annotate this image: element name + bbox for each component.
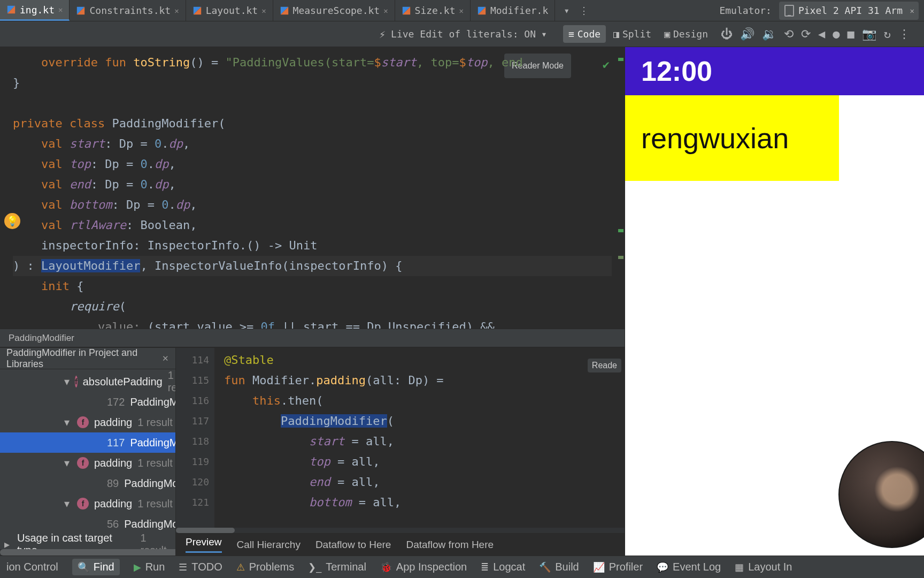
tw-logcat[interactable]: ≣ Logcat — [481, 561, 525, 573]
more-icon[interactable]: ⋮ — [579, 5, 589, 16]
tool-window-bar: ion Control 🔍 Find ▶ Run ☰ TODO ⚠ Proble… — [0, 556, 924, 578]
close-icon[interactable]: ✕ — [58, 5, 63, 14]
app-text: rengwuxian — [641, 121, 789, 155]
tw-terminal[interactable]: ❯_ Terminal — [308, 561, 366, 573]
breadcrumb-item[interactable]: PaddingModifier — [9, 333, 74, 344]
rotate-left-icon[interactable]: ⟲ — [784, 27, 794, 41]
find-group-row[interactable]: f absolutePadding 1 result — [0, 371, 175, 392]
tw-label: Logcat — [493, 561, 525, 573]
chevron-down-icon[interactable]: ▾ — [564, 5, 569, 16]
tab-file-4[interactable]: Size.kt ✕ — [395, 0, 471, 21]
preview-code[interactable]: 114 115 116 117 118 119 120 121 @Stable … — [176, 348, 625, 528]
chevron-down-icon: ▾ — [541, 28, 547, 40]
tw-todo[interactable]: ☰ TODO — [179, 561, 222, 573]
find-group-row[interactable]: f padding 1 result — [0, 453, 175, 473]
scrollbar-thumb[interactable] — [0, 549, 175, 556]
scrollbar-thumb[interactable] — [176, 528, 235, 533]
close-icon[interactable]: ✕ — [162, 354, 169, 363]
tw-label: Find — [94, 561, 114, 573]
function-icon: f — [77, 457, 89, 469]
close-icon[interactable]: ✕ — [459, 6, 463, 15]
volume-up-icon[interactable]: 🔊 — [740, 27, 754, 41]
preview-code-content[interactable]: @Stable fun Modifier.padding(all: Dp) = … — [214, 348, 444, 528]
tw-build[interactable]: 🔨 Build — [539, 561, 579, 573]
find-group-row[interactable]: f padding 1 result — [0, 493, 175, 514]
tw-label: Problems — [249, 561, 294, 573]
power-icon[interactable]: ⏻ — [721, 27, 733, 41]
live-edit-toggle[interactable]: ⚡ Live Edit of literals: ON ▾ — [379, 28, 547, 41]
tw-event-log[interactable]: 💬 Event Log — [657, 561, 721, 573]
tab-dataflow-from[interactable]: Dataflow from Here — [406, 539, 494, 551]
play-icon: ▶ — [134, 561, 141, 573]
tw-find[interactable]: 🔍 Find — [72, 559, 120, 575]
code-editor[interactable]: Reader Mode ✔ 💡 override fun toString() … — [0, 47, 625, 329]
tab-call-hierarchy[interactable]: Call Hierarchy — [237, 539, 301, 551]
more-icon[interactable]: ⋮ — [898, 27, 910, 41]
tab-file-5[interactable]: Modifier.k — [471, 0, 555, 21]
volume-down-icon[interactable]: 🔉 — [762, 27, 776, 41]
tab-file-1[interactable]: Constraints.kt ✕ — [70, 0, 186, 21]
find-usage-row[interactable]: 89 PaddingModifier( — [0, 473, 175, 493]
preview-tabs: Preview Call Hierarchy Dataflow to Here … — [176, 533, 625, 556]
bolt-icon: ⚡ — [379, 28, 386, 41]
tw-version-control[interactable]: ion Control — [6, 561, 58, 573]
kotlin-file-icon — [280, 6, 289, 16]
view-code-button[interactable]: ≡ Code — [563, 25, 606, 43]
tab-preview[interactable]: Preview — [186, 536, 222, 553]
close-icon[interactable]: ✕ — [383, 6, 388, 15]
horizontal-scrollbar[interactable] — [0, 549, 175, 556]
tab-overflow: ▾ ⋮ — [555, 5, 597, 16]
warning-icon: ⚠ — [236, 561, 245, 573]
find-usage-row[interactable]: 56 PaddingModifier( — [0, 514, 175, 534]
emulator-section: Emulator: Pixel 2 API 31 Arm ✕ — [714, 0, 924, 21]
tw-app-inspection[interactable]: 🐞 App Inspection — [380, 561, 467, 573]
tab-file-0[interactable]: ing.kt ✕ — [0, 0, 70, 21]
logcat-icon: ≣ — [481, 561, 489, 573]
back-icon[interactable]: ◀ — [818, 27, 825, 41]
view-label: Code — [578, 28, 600, 40]
tw-label: Layout In — [748, 561, 792, 573]
reset-icon[interactable]: ↻ — [884, 27, 891, 41]
kotlin-file-icon — [76, 6, 86, 16]
phone-status-bar: 12:00 — [625, 47, 924, 95]
view-split-button[interactable]: ◨ Split — [608, 25, 657, 43]
expand-icon[interactable] — [64, 375, 70, 388]
close-icon[interactable]: ✕ — [261, 6, 266, 15]
breadcrumb[interactable]: PaddingModifier — [0, 329, 625, 347]
view-design-button[interactable]: ▣ Design — [659, 25, 713, 43]
overview-icon[interactable]: ■ — [848, 27, 854, 41]
close-icon[interactable]: ✕ — [174, 6, 179, 15]
tw-layout-inspector[interactable]: ▦ Layout In — [735, 561, 792, 573]
tw-profiler[interactable]: 📈 Profiler — [593, 561, 643, 573]
expand-icon[interactable] — [64, 457, 72, 469]
code-content[interactable]: override fun toString() = "PaddingValues… — [0, 47, 625, 329]
close-icon[interactable]: ✕ — [910, 6, 914, 15]
split-icon: ◨ — [613, 28, 619, 40]
rotate-right-icon[interactable]: ⟳ — [801, 27, 811, 41]
horizontal-scrollbar[interactable] — [176, 528, 625, 533]
find-usage-row[interactable]: 172 PaddingModifier( — [0, 392, 175, 412]
find-usage-row[interactable]: 117 PaddingModifier( — [0, 432, 175, 453]
reader-mode-badge[interactable]: Reade — [588, 359, 621, 372]
list-icon: ≡ — [568, 28, 574, 40]
tw-problems[interactable]: ⚠ Problems — [236, 561, 294, 573]
emulator-label: Emulator: — [719, 5, 772, 16]
tab-file-2[interactable]: Layout.kt ✕ — [186, 0, 273, 21]
expand-icon[interactable] — [64, 497, 72, 510]
tw-label: TODO — [191, 561, 222, 573]
tw-label: ion Control — [6, 561, 58, 573]
find-preview-pane: Reade 114 115 116 117 118 119 120 121 @S… — [175, 348, 625, 556]
device-selector[interactable]: Pixel 2 API 31 Arm ✕ — [779, 2, 919, 20]
tab-file-3[interactable]: MeasureScope.kt ✕ — [273, 0, 395, 21]
live-edit-label: Live Edit of literals: ON — [391, 28, 536, 40]
home-icon[interactable]: ● — [833, 27, 840, 41]
tw-run[interactable]: ▶ Run — [134, 561, 165, 573]
expand-icon[interactable] — [64, 416, 72, 429]
editor-toolbar: ⚡ Live Edit of literals: ON ▾ ≡ Code ◨ S… — [0, 21, 924, 47]
find-group-row[interactable]: f padding 1 result — [0, 412, 175, 432]
screenshot-icon[interactable]: 📷 — [862, 27, 876, 41]
kotlin-file-icon — [402, 6, 411, 16]
log-icon: 💬 — [657, 561, 668, 573]
find-results-tree[interactable]: f absolutePadding 1 result 172 PaddingMo… — [0, 369, 175, 556]
tab-dataflow-to[interactable]: Dataflow to Here — [315, 539, 391, 551]
